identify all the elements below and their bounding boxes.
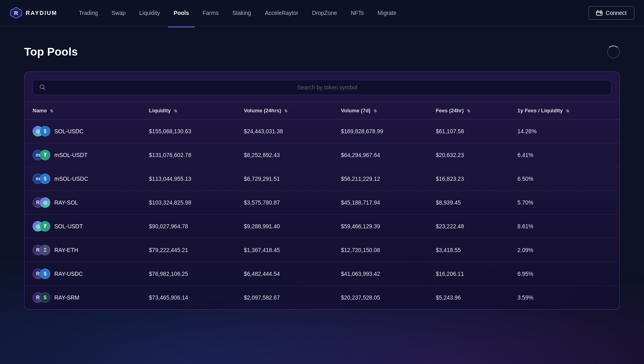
pools-table: Name ⇅ Liquidity ⇅ Volume (24hrs) ⇅ Vo	[25, 102, 619, 309]
sort-icon-volume-24h: ⇅	[284, 109, 287, 113]
token2-icon: $	[40, 126, 50, 136]
liquidity-cell: $90,027,964.78	[141, 215, 236, 238]
col-name[interactable]: Name ⇅	[25, 102, 141, 120]
logo[interactable]: R RAYDIUM	[10, 6, 57, 19]
search-bar-wrap	[25, 72, 619, 102]
token2-icon: $	[40, 174, 50, 184]
nav-farms[interactable]: Farms	[197, 6, 225, 19]
sort-icon-name: ⇅	[50, 109, 53, 113]
page-title-row: Top Pools	[24, 46, 620, 58]
token2-icon: ◎	[40, 197, 50, 208]
token-icons: m ₮	[33, 150, 50, 160]
fees-liquidity-cell: 8.61%	[510, 215, 619, 238]
fees-liquidity-cell: 6.41%	[510, 143, 619, 167]
nav-dropzone[interactable]: DropZone	[306, 6, 343, 19]
search-input[interactable]	[50, 84, 605, 91]
liquidity-cell: $103,324,825.98	[141, 191, 236, 215]
fees-liquidity-cell: 5.70%	[510, 191, 619, 215]
page-title: Top Pools	[24, 46, 78, 58]
token-icons: R Ξ	[33, 245, 50, 255]
pair-cell: m $ mSOL-USDC	[25, 167, 141, 191]
nav-swap[interactable]: Swap	[106, 6, 131, 19]
table-row[interactable]: R S RAY-SRM $73,465,906.14 $2,097,582.67…	[25, 286, 619, 310]
volume-24h-cell: $8,252,892.43	[236, 143, 333, 167]
volume-7d-cell: $12,720,150.08	[333, 238, 428, 262]
table-row[interactable]: R $ RAY-USDC $76,982,106.25 $6,482,444.5…	[25, 262, 619, 286]
pair-name: mSOL-USDC	[54, 176, 88, 182]
wallet-icon	[596, 10, 603, 16]
table-row[interactable]: m $ mSOL-USDC $113,044,955.13 $6,729,291…	[25, 167, 619, 191]
table-header: Name ⇅ Liquidity ⇅ Volume (24hrs) ⇅ Vo	[25, 102, 619, 120]
liquidity-cell: $79,222,445.21	[141, 238, 236, 262]
nav-trading[interactable]: Trading	[73, 6, 103, 19]
token-icons: R $	[33, 269, 50, 279]
volume-24h-cell: $3,575,780.87	[236, 191, 333, 215]
col-fees-liquidity[interactable]: 1y Fees / Liquidity ⇅	[510, 102, 619, 120]
fees-24h-cell: $16,823.23	[428, 167, 510, 191]
pair-name: RAY-USDC	[54, 271, 83, 277]
refresh-spinner[interactable]	[607, 46, 620, 58]
pair-name: mSOL-USDT	[54, 152, 87, 158]
pair-cell: R S RAY-SRM	[25, 286, 141, 310]
liquidity-cell: $131,076,602.78	[141, 143, 236, 167]
nav-migrate[interactable]: Migrate	[372, 6, 402, 19]
logo-icon: R	[10, 6, 23, 19]
volume-7d-cell: $56,211,229.12	[333, 167, 428, 191]
fees-24h-cell: $23,222.48	[428, 215, 510, 238]
token2-icon: ₮	[40, 150, 50, 160]
token2-icon: S	[40, 292, 50, 303]
pair-name: SOL-USDT	[54, 223, 83, 230]
table-row[interactable]: m ₮ mSOL-USDT $131,076,602.78 $8,252,892…	[25, 143, 619, 167]
token2-icon: ₮	[40, 221, 50, 232]
search-icon	[39, 84, 46, 91]
sort-icon-liquidity: ⇅	[174, 109, 177, 113]
table-scroll[interactable]: Name ⇅ Liquidity ⇅ Volume (24hrs) ⇅ Vo	[25, 102, 619, 309]
sort-icon-fees-24h: ⇅	[467, 109, 470, 113]
token2-icon: Ξ	[40, 245, 50, 255]
token-icons: m $	[33, 174, 50, 184]
svg-text:R: R	[14, 10, 18, 16]
connect-label: Connect	[606, 10, 627, 16]
table-row[interactable]: ◎ ₮ SOL-USDT $90,027,964.78 $9,288,991.4…	[25, 215, 619, 238]
volume-24h-cell: $24,443,031.38	[236, 120, 333, 143]
liquidity-cell: $73,465,906.14	[141, 286, 236, 310]
pair-cell: R $ RAY-USDC	[25, 262, 141, 286]
fees-24h-cell: $3,418.55	[428, 238, 510, 262]
volume-24h-cell: $1,367,418.45	[236, 238, 333, 262]
token-icons: R S	[33, 292, 50, 303]
table-row[interactable]: R ◎ RAY-SOL $103,324,825.98 $3,575,780.8…	[25, 191, 619, 215]
fees-liquidity-cell: 3.59%	[510, 286, 619, 310]
fees-24h-cell: $61,107.58	[428, 120, 510, 143]
navbar: R RAYDIUM Trading Swap Liquidity Pools F…	[0, 0, 644, 26]
nav-staking[interactable]: Staking	[227, 6, 257, 19]
fees-24h-cell: $5,243.96	[428, 286, 510, 310]
table-row[interactable]: R Ξ RAY-ETH $79,222,445.21 $1,367,418.45…	[25, 238, 619, 262]
col-volume-24h[interactable]: Volume (24hrs) ⇅	[236, 102, 333, 120]
volume-24h-cell: $2,097,582.67	[236, 286, 333, 310]
table-body: ◎ $ SOL-USDC $155,068,130.63 $24,443,031…	[25, 120, 619, 310]
nav-acceleraytor[interactable]: AcceleRaytor	[259, 6, 304, 19]
col-fees-24h[interactable]: Fees (24hr) ⇅	[428, 102, 510, 120]
liquidity-cell: $113,044,955.13	[141, 167, 236, 191]
col-liquidity[interactable]: Liquidity ⇅	[141, 102, 236, 120]
nav-links: Trading Swap Liquidity Pools Farms Staki…	[73, 6, 588, 19]
pools-table-container: Name ⇅ Liquidity ⇅ Volume (24hrs) ⇅ Vo	[24, 71, 620, 310]
volume-7d-cell: $45,188,717.94	[333, 191, 428, 215]
connect-button[interactable]: Connect	[588, 6, 634, 20]
nav-pools[interactable]: Pools	[168, 6, 194, 19]
volume-7d-cell: $20,237,528.05	[333, 286, 428, 310]
liquidity-cell: $155,068,130.63	[141, 120, 236, 143]
volume-24h-cell: $6,482,444.54	[236, 262, 333, 286]
fees-liquidity-cell: 6.50%	[510, 167, 619, 191]
sort-icon-volume-7d: ⇅	[374, 109, 377, 113]
col-volume-7d[interactable]: Volume (7d) ⇅	[333, 102, 428, 120]
nav-nfts[interactable]: NFTs	[345, 6, 369, 19]
pair-cell: ◎ ₮ SOL-USDT	[25, 215, 141, 238]
svg-line-8	[44, 89, 45, 90]
pair-name: RAY-ETH	[54, 247, 78, 253]
table-row[interactable]: ◎ $ SOL-USDC $155,068,130.63 $24,443,031…	[25, 120, 619, 143]
nav-liquidity[interactable]: Liquidity	[134, 6, 165, 19]
liquidity-cell: $76,982,106.25	[141, 262, 236, 286]
fees-liquidity-cell: 14.28%	[510, 120, 619, 143]
token-icons: ◎ ₮	[33, 221, 50, 232]
